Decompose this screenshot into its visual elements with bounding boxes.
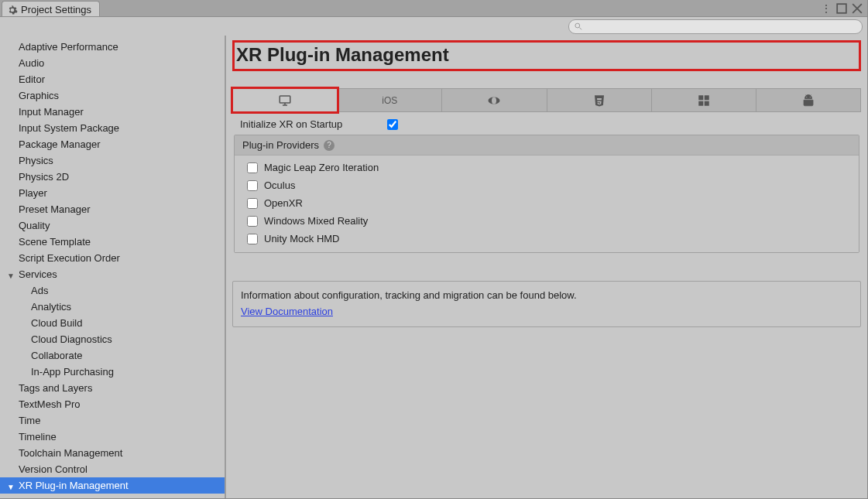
provider-label: OpenXR bbox=[264, 197, 303, 209]
plugin-providers-title: Plug-in Providers bbox=[242, 139, 319, 151]
sidebar-item-collaborate[interactable]: Collaborate bbox=[0, 347, 225, 364]
provider-checkbox[interactable] bbox=[247, 216, 258, 227]
tab-webgl[interactable] bbox=[442, 88, 547, 111]
sidebar-item-label: Cloud Diagnostics bbox=[31, 333, 112, 345]
sidebar-item-version-control[interactable]: Version Control bbox=[0, 461, 225, 477]
sidebar-item-cloud-diagnostics[interactable]: Cloud Diagnostics bbox=[0, 331, 225, 347]
sidebar-item-label: Adaptive Performance bbox=[19, 41, 118, 53]
svg-rect-10 bbox=[698, 95, 703, 100]
tab-standalone[interactable] bbox=[232, 88, 338, 111]
sidebar-item-label: XR Plug-in Management bbox=[19, 480, 129, 491]
sidebar-item-label: Collaborate bbox=[31, 350, 83, 361]
sidebar-item-label: Package Manager bbox=[19, 138, 101, 150]
sidebar-item-input-manager[interactable]: Input Manager bbox=[0, 104, 225, 120]
sidebar-item-tags-and-layers[interactable]: Tags and Layers bbox=[0, 380, 225, 396]
sidebar-item-openxr[interactable]: OpenXR bbox=[0, 494, 225, 498]
help-icon[interactable]: ? bbox=[324, 140, 335, 151]
gear-icon bbox=[7, 5, 18, 15]
sidebar-item-label: Scene Template bbox=[19, 236, 91, 248]
provider-row-oculus: Oculus bbox=[239, 176, 854, 194]
sidebar-item-cloud-build[interactable]: Cloud Build bbox=[0, 315, 225, 331]
sidebar-item-timeline[interactable]: Timeline bbox=[0, 429, 225, 445]
sidebar-item-services[interactable]: ▼Services bbox=[0, 266, 225, 282]
sidebar-item-ads[interactable]: Ads bbox=[0, 282, 225, 299]
svg-point-3 bbox=[575, 23, 580, 28]
sidebar-item-physics[interactable]: Physics bbox=[0, 152, 225, 169]
sidebar-item-preset-manager[interactable]: Preset Manager bbox=[0, 201, 225, 217]
close-icon[interactable] bbox=[852, 3, 863, 14]
plugin-providers-panel: Plug-in Providers ? Magic Leap Zero Iter… bbox=[234, 135, 859, 253]
sidebar-item-label: Editor bbox=[19, 73, 45, 85]
sidebar-item-script-execution-order[interactable]: Script Execution Order bbox=[0, 250, 225, 266]
svg-point-9 bbox=[492, 97, 496, 104]
tab-html5[interactable] bbox=[547, 88, 652, 111]
titlebar: Project Settings ⋮ bbox=[0, 0, 867, 17]
sidebar-item-label: Quality bbox=[19, 220, 50, 231]
sidebar-item-textmesh-pro[interactable]: TextMesh Pro bbox=[0, 396, 225, 412]
sidebar-item-in-app-purchasing[interactable]: In-App Purchasing bbox=[0, 364, 225, 380]
initialize-xr-row: Initialize XR on Startup bbox=[232, 112, 861, 133]
provider-checkbox[interactable] bbox=[247, 162, 258, 173]
sidebar-item-analytics[interactable]: Analytics bbox=[0, 299, 225, 315]
search-input[interactable] bbox=[585, 21, 857, 32]
sidebar-item-label: Tags and Layers bbox=[19, 382, 92, 394]
windows-icon bbox=[697, 94, 711, 108]
sidebar-item-audio[interactable]: Audio bbox=[0, 55, 225, 71]
sidebar-item-quality[interactable]: Quality bbox=[0, 217, 225, 234]
settings-sidebar: Adaptive PerformanceAudioEditorGraphicsI… bbox=[0, 36, 226, 498]
kebab-menu-icon[interactable]: ⋮ bbox=[821, 3, 832, 14]
provider-checkbox[interactable] bbox=[247, 198, 258, 209]
sidebar-item-editor[interactable]: Editor bbox=[0, 71, 225, 87]
sidebar-item-physics-2d[interactable]: Physics 2D bbox=[0, 169, 225, 185]
window-controls: ⋮ bbox=[821, 0, 867, 16]
svg-rect-13 bbox=[705, 101, 709, 105]
info-text: Information about configuration, trackin… bbox=[241, 289, 853, 301]
maximize-icon[interactable] bbox=[836, 3, 847, 14]
sidebar-item-player[interactable]: Player bbox=[0, 185, 225, 201]
window-tab[interactable]: Project Settings bbox=[2, 1, 100, 16]
search-icon bbox=[574, 22, 582, 31]
sidebar-item-label: Player bbox=[19, 187, 47, 199]
window-title: Project Settings bbox=[21, 4, 91, 15]
sidebar-item-scene-template[interactable]: Scene Template bbox=[0, 234, 225, 250]
svg-rect-11 bbox=[705, 95, 709, 100]
provider-label: Oculus bbox=[264, 179, 295, 191]
sidebar-item-graphics[interactable]: Graphics bbox=[0, 87, 225, 104]
sidebar-item-adaptive-performance[interactable]: Adaptive Performance bbox=[0, 39, 225, 55]
sidebar-item-package-manager[interactable]: Package Manager bbox=[0, 136, 225, 152]
provider-row-windows-mixed-reality: Windows Mixed Reality bbox=[239, 212, 854, 230]
tab-ios[interactable]: iOS bbox=[338, 88, 442, 111]
sidebar-item-xr-plug-in-management[interactable]: ▼XR Plug-in Management bbox=[0, 477, 225, 494]
sidebar-item-input-system-package[interactable]: Input System Package bbox=[0, 120, 225, 136]
sidebar-item-label: Timeline bbox=[19, 431, 57, 443]
sidebar-item-label: Services bbox=[19, 268, 57, 280]
page-title: XR Plug-in Management bbox=[235, 44, 854, 66]
sidebar-item-label: Input Manager bbox=[19, 106, 84, 118]
sidebar-item-label: Analytics bbox=[31, 301, 71, 313]
svg-rect-0 bbox=[837, 4, 846, 13]
svg-rect-5 bbox=[280, 96, 290, 103]
provider-checkbox[interactable] bbox=[247, 180, 258, 191]
search-field[interactable] bbox=[568, 19, 863, 34]
view-documentation-link[interactable]: View Documentation bbox=[241, 306, 333, 317]
sidebar-item-label: In-App Purchasing bbox=[31, 366, 114, 378]
sidebar-item-label: Physics bbox=[19, 155, 53, 166]
webgl-icon bbox=[487, 94, 501, 108]
sidebar-item-toolchain-management[interactable]: Toolchain Management bbox=[0, 445, 225, 461]
monitor-icon bbox=[278, 94, 292, 108]
sidebar-item-time[interactable]: Time bbox=[0, 412, 225, 429]
sidebar-item-label: Cloud Build bbox=[31, 317, 83, 329]
tab-android[interactable] bbox=[756, 88, 861, 111]
chevron-down-icon: ▼ bbox=[7, 268, 15, 283]
sidebar-item-label: Time bbox=[19, 415, 40, 426]
platform-tabs: iOS bbox=[232, 88, 861, 112]
html5-icon bbox=[592, 94, 606, 108]
sidebar-item-label: TextMesh Pro bbox=[19, 398, 80, 410]
svg-point-15 bbox=[810, 96, 811, 97]
initialize-xr-checkbox[interactable] bbox=[387, 119, 398, 130]
svg-line-4 bbox=[579, 27, 582, 29]
tab-windows[interactable] bbox=[652, 88, 756, 111]
sidebar-item-label: Ads bbox=[31, 285, 48, 296]
provider-label: Unity Mock HMD bbox=[264, 233, 340, 244]
provider-checkbox[interactable] bbox=[247, 234, 258, 244]
